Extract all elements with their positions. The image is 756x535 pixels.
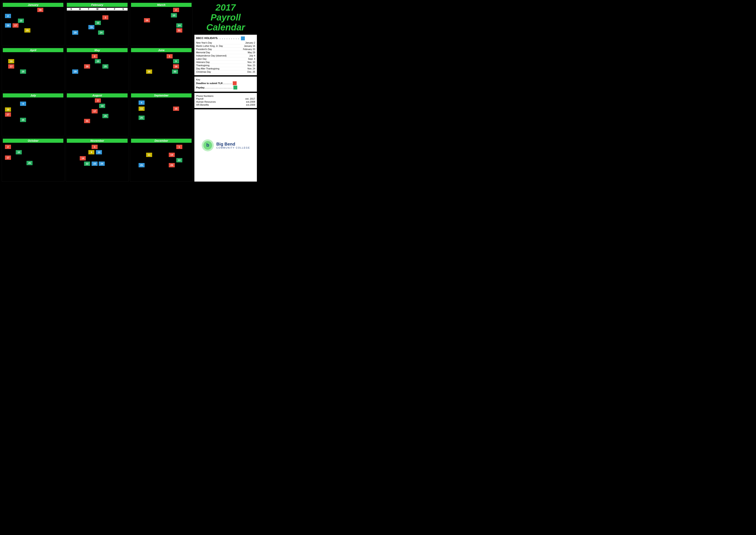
holiday-name: New Year's Day [196,42,212,44]
month-header: August [67,93,127,98]
holiday-row: Martin Luther King, Jr. DayJanuary 16 [196,44,255,48]
date-badge-17: 17 [5,155,11,160]
holiday-name: Christmas Day [196,70,211,73]
month-block-february: FebruarySMTWTFS210152024 [66,2,128,46]
phone-row: Payrollext. 2017 [196,97,255,100]
date-badge-26: 26 [146,70,152,74]
date-badge-25: 25 [24,28,30,33]
holiday-name: Martin Luther King, Jr. Day [196,44,223,47]
phone-ext: ext.2009 [246,103,255,106]
phone-box: Phone Numbers: Payrollext. 2017Human Res… [194,93,257,108]
bbcc-logo-svg: b [201,139,214,152]
holiday-row: Labor DaySept. 4 [196,57,255,61]
date-badge-9: 9 [173,59,179,63]
date-badge-14: 14 [169,153,175,157]
phone-dept: Payroll [196,98,203,100]
holiday-date: Nov. 23 [248,64,255,67]
date-badge-10: 10 [16,150,22,155]
month-header: September [131,93,192,98]
holiday-name: Labor Day [196,58,206,60]
calendar-dates: 4111525 [131,98,192,124]
holiday-name: Veterans Day [196,61,210,63]
date-badge-25: 25 [102,114,108,118]
page-title: 2017PayrollCalendar [194,2,257,33]
key-box: Key Deadline to submit TLR . . . . . . .… [194,76,257,92]
month-header: February [67,3,127,7]
date-badge-25: 25 [102,64,108,69]
month-block-january: January30210161725 [2,2,65,46]
date-badge-10: 10 [171,13,177,17]
date-badge-25: 25 [20,70,26,74]
holiday-row: Veterans DayNov. 10 [196,61,255,64]
holiday-row: Christmas DayDec. 25 [196,70,255,73]
date-badge-25: 25 [27,161,33,165]
phone-row: Human Resourcesext.2008 [196,100,255,103]
date-badge-24: 24 [176,23,182,28]
date-badge-15: 15 [173,106,179,111]
month-header: November [67,139,127,143]
holiday-date: Dec. 25 [247,70,255,73]
month-block-september: September4111525 [130,92,193,136]
dow-cell: T [88,8,89,10]
logo-text-block: Big Bend COMMUNITY COLLEGE [216,142,250,149]
month-header: May [67,48,127,52]
dow-header-row: SMTWTFS [67,8,127,11]
holiday-name: Memorial Day [196,51,210,54]
date-badge-22: 22 [176,158,182,162]
logo-name: Big Bend [216,142,250,146]
calendar-dates: 210152024 [67,11,127,37]
month-block-may: May210162529 [66,47,128,91]
tlr-key-row: Deadline to submit TLR . . . . . . . [196,81,255,85]
calendar-grid: January30210161725FebruarySMTWTFS2101520… [2,2,193,182]
phone-list: Payrollext. 2017Human Resourcesext.2008H… [196,97,255,106]
phone-ext: ext. 2017 [245,98,255,100]
date-badge-16: 16 [84,64,90,69]
date-badge-2: 2 [92,54,97,58]
date-badge-4: 4 [20,101,26,106]
date-badge-16: 16 [144,18,150,22]
holiday-name: President's Day [196,48,212,50]
month-block-december: December11114222529 [130,138,193,182]
calendar-dates: 11114222529 [131,144,192,169]
date-badge-30: 30 [172,70,178,74]
date-badge-1: 1 [92,145,97,149]
phone-dept: Human Resources [196,100,216,103]
date-badge-2: 2 [5,14,11,18]
holiday-date: May 29 [248,51,255,54]
date-badge-24: 24 [98,30,104,35]
date-badge-25: 25 [20,118,26,122]
date-badge-10: 10 [8,59,14,63]
dow-cell: W [96,8,98,10]
calendar-dates: 30210161725 [3,8,63,34]
date-badge-11: 11 [139,106,145,111]
date-badge-24: 24 [99,161,105,166]
holiday-name: Thanksgiving [196,64,209,67]
date-badge-14: 14 [80,156,86,160]
phone-row: HR-Benefitsext.2009 [196,103,255,106]
tlr-color [233,81,237,85]
calendar-dates: 4101725 [3,98,63,124]
phone-ext: ext.2008 [246,100,255,103]
calendar-dates: 210162431 [131,8,192,34]
date-badge-23: 23 [92,161,97,166]
date-badge-17: 17 [5,112,11,117]
holiday-date: February 20 [243,48,255,50]
date-badge-10: 10 [18,18,24,23]
month-header: April [3,48,63,52]
date-badge-10: 10 [95,21,101,25]
holiday-row: Day After ThanksgivingNov. 24 [196,67,255,70]
date-badge-10: 10 [95,59,101,63]
holiday-row: Independence Day (observed)July 4 [196,54,255,57]
date-badge-31: 31 [84,119,90,123]
date-badge-25: 25 [139,163,145,167]
holiday-row: Memorial DayMay 29 [196,51,255,54]
date-badge-17: 17 [92,109,97,113]
date-badge-2: 2 [102,15,108,20]
month-header: March [131,3,192,7]
date-badge-9: 9 [88,150,94,155]
month-block-november: November191014222324 [66,138,128,182]
payday-label: Payday. . . . . . . . . . . . . . . . . … [196,86,232,89]
date-badge-15: 15 [88,25,94,29]
date-badge-22: 22 [84,161,90,166]
month-header: December [131,139,192,143]
